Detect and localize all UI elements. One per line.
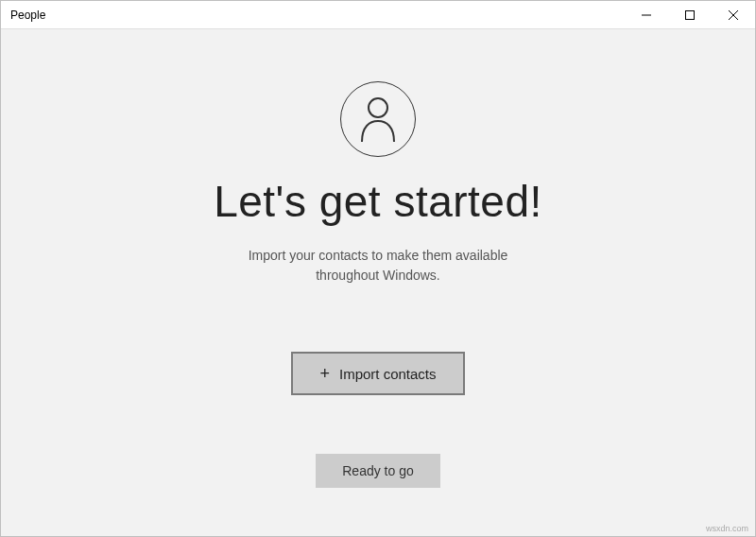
- watermark: wsxdn.com: [706, 524, 748, 533]
- svg-point-4: [369, 98, 387, 117]
- maximize-icon: [685, 10, 695, 20]
- import-contacts-button[interactable]: + Import contacts: [291, 352, 464, 395]
- plus-icon: +: [319, 365, 330, 382]
- person-glyph-icon: [358, 96, 398, 142]
- svg-rect-1: [686, 10, 695, 19]
- minimize-button[interactable]: [625, 1, 668, 28]
- window-controls: [625, 1, 755, 28]
- maximize-button[interactable]: [668, 1, 712, 28]
- close-icon: [729, 10, 738, 20]
- person-icon: [340, 81, 416, 157]
- minimize-icon: [642, 10, 651, 20]
- welcome-subtext: Import your contacts to make them availa…: [227, 246, 529, 286]
- main-content: Let's get started! Import your contacts …: [1, 29, 755, 536]
- app-window: People Let's get started! Import your co…: [0, 0, 756, 537]
- import-button-label: Import contacts: [339, 366, 437, 382]
- welcome-heading: Let's get started!: [214, 176, 542, 227]
- titlebar: People: [1, 1, 755, 29]
- window-title: People: [10, 9, 625, 22]
- ready-to-go-button[interactable]: Ready to go: [316, 454, 440, 488]
- close-button[interactable]: [712, 1, 755, 28]
